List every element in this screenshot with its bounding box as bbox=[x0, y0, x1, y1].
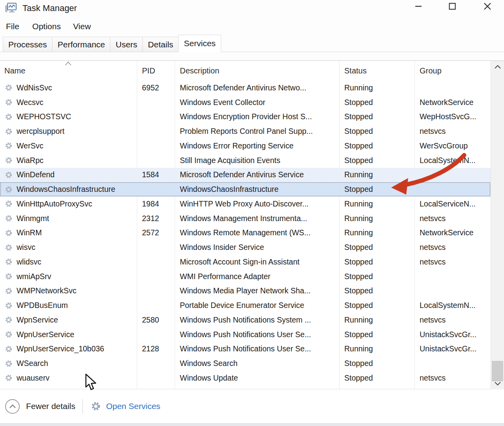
service-description: Windows Media Player Network Sha... bbox=[175, 284, 339, 298]
service-description-text: Windows Insider Service bbox=[180, 243, 264, 252]
chevron-up-icon bbox=[494, 65, 501, 69]
table-row[interactable]: WEPHOSTSVCWindows Encryption Provider Ho… bbox=[0, 110, 491, 124]
service-group: netsvcs bbox=[414, 255, 491, 269]
table-row[interactable]: WpnService2580Windows Push Notifications… bbox=[0, 313, 491, 327]
table-row[interactable]: WpnUserServiceWindows Push Notifications… bbox=[0, 327, 491, 342]
service-pid bbox=[137, 153, 175, 168]
service-group-text: netsvcs bbox=[420, 257, 446, 266]
service-status-text: Stopped bbox=[344, 301, 373, 310]
service-pid-text: 1584 bbox=[142, 170, 159, 179]
service-gear-icon bbox=[5, 156, 13, 164]
service-description-text: Windows Push Notifications User Se... bbox=[180, 330, 311, 339]
services-gear-icon bbox=[91, 401, 101, 411]
maximize-button[interactable] bbox=[443, 0, 461, 13]
service-status-text: Running bbox=[344, 228, 373, 237]
service-group bbox=[414, 356, 491, 371]
fewer-details-button[interactable] bbox=[5, 399, 20, 414]
service-status: Stopped bbox=[339, 110, 414, 124]
service-name: wmiApSrv bbox=[0, 269, 137, 284]
service-pid bbox=[137, 240, 175, 255]
tab-services[interactable]: Services bbox=[178, 35, 221, 52]
column-header-name[interactable]: Name bbox=[0, 66, 137, 75]
service-status: Stopped bbox=[339, 240, 414, 255]
table-row[interactable]: WiaRpcStill Image Acquisition EventsStop… bbox=[0, 153, 491, 168]
service-description-text: WindowsChaosInfrastructure bbox=[180, 185, 278, 194]
table-row[interactable]: WindowsChaosInfrastructureWindowsChaosIn… bbox=[0, 182, 491, 197]
window-bottom-edge bbox=[0, 423, 504, 426]
service-name-text: WPDBusEnum bbox=[17, 301, 68, 310]
table-row[interactable]: wercplsupportProblem Reports Control Pan… bbox=[0, 124, 491, 139]
table-row[interactable]: WecsvcWindows Event CollectorStoppedNetw… bbox=[0, 95, 491, 110]
service-group bbox=[414, 182, 491, 197]
service-description: Portable Device Enumerator Service bbox=[175, 298, 339, 313]
service-description-text: WMI Performance Adapter bbox=[180, 272, 271, 281]
table-row[interactable]: WdNisSvc6952Microsoft Defender Antivirus… bbox=[0, 81, 491, 95]
service-group-text: WerSvcGroup bbox=[420, 141, 468, 150]
service-gear-icon bbox=[5, 142, 13, 150]
service-name: WinHttpAutoProxySvc bbox=[0, 197, 137, 211]
table-row[interactable]: Winmgmt2312Windows Management Instrument… bbox=[0, 211, 491, 226]
table-row[interactable]: wisvcWindows Insider ServiceStoppednetsv… bbox=[0, 240, 491, 255]
table-row[interactable]: wlidsvcMicrosoft Account Sign-in Assista… bbox=[0, 255, 491, 269]
column-header-description[interactable]: Description bbox=[175, 66, 339, 75]
open-services-link[interactable]: Open Services bbox=[106, 402, 161, 411]
table-row[interactable]: WSearchWindows SearchStopped bbox=[0, 356, 491, 371]
service-pid-text: 2580 bbox=[142, 315, 159, 325]
table-row[interactable]: WinRM2572Windows Remote Management (WS..… bbox=[0, 226, 491, 240]
column-header-group[interactable]: Group bbox=[414, 66, 491, 75]
service-status-text: Stopped bbox=[344, 359, 373, 368]
service-group bbox=[414, 168, 491, 182]
table-row[interactable]: WpnUserService_10b0362128Windows Push No… bbox=[0, 342, 491, 357]
maximize-icon bbox=[448, 2, 456, 10]
service-description: Windows Error Reporting Service bbox=[175, 139, 339, 153]
table-row[interactable]: WinDefend1584Microsoft Defender Antiviru… bbox=[0, 168, 491, 182]
service-status-text: Running bbox=[344, 344, 373, 353]
table-row[interactable]: WMPNetworkSvcWindows Media Player Networ… bbox=[0, 284, 491, 298]
service-pid bbox=[137, 124, 175, 139]
service-name-text: Winmgmt bbox=[17, 214, 49, 223]
tab-processes[interactable]: Processes bbox=[3, 37, 52, 52]
service-description-text: Windows Remote Management (WS... bbox=[180, 228, 311, 237]
scroll-down-button[interactable] bbox=[491, 377, 504, 389]
service-group: UnistackSvcGr... bbox=[414, 342, 491, 357]
tab-performance[interactable]: Performance bbox=[52, 37, 110, 52]
service-description: Windows Push Notifications System ... bbox=[175, 313, 339, 327]
vertical-scrollbar[interactable] bbox=[491, 61, 504, 389]
menu-view[interactable]: View bbox=[72, 20, 91, 33]
chevron-up-circle-icon bbox=[9, 404, 16, 409]
tab-users[interactable]: Users bbox=[110, 37, 143, 52]
service-status-text: Stopped bbox=[344, 98, 373, 107]
menu-file[interactable]: File bbox=[5, 20, 20, 33]
column-header-pid[interactable]: PID bbox=[137, 66, 175, 75]
close-button[interactable] bbox=[478, 0, 497, 13]
service-gear-icon bbox=[5, 171, 13, 179]
service-pid bbox=[137, 110, 175, 124]
minimize-button[interactable] bbox=[409, 0, 427, 13]
service-status-text: Stopped bbox=[344, 156, 373, 165]
service-status-text: Stopped bbox=[344, 141, 373, 150]
table-row[interactable]: WPDBusEnumPortable Device Enumerator Ser… bbox=[0, 298, 491, 313]
table-row[interactable]: wuauservWindows UpdateStoppednetsvcs bbox=[0, 371, 491, 385]
table-row[interactable]: WinHttpAutoProxySvc1984WinHTTP Web Proxy… bbox=[0, 197, 491, 211]
service-group-text: LocalSystemN... bbox=[420, 156, 476, 165]
menu-options[interactable]: Options bbox=[32, 20, 62, 33]
column-header-status[interactable]: Status bbox=[339, 66, 414, 75]
service-description-text: WinHTTP Web Proxy Auto-Discover... bbox=[180, 199, 309, 208]
fewer-details-label[interactable]: Fewer details bbox=[26, 402, 75, 411]
table-row[interactable]: wmiApSrvWMI Performance AdapterStopped bbox=[0, 269, 491, 284]
scroll-up-button[interactable] bbox=[491, 61, 504, 73]
service-status-text: Stopped bbox=[344, 373, 373, 383]
service-gear-icon bbox=[5, 229, 13, 237]
service-group: UnistackSvcGr... bbox=[414, 327, 491, 342]
service-pid: 2312 bbox=[137, 211, 175, 226]
service-group: NetworkService bbox=[414, 226, 491, 240]
tab-details[interactable]: Details bbox=[142, 37, 179, 52]
service-pid: 2580 bbox=[137, 313, 175, 327]
service-name-text: wlidsvc bbox=[17, 257, 41, 266]
service-status-text: Running bbox=[344, 214, 373, 223]
service-name-text: WSearch bbox=[17, 359, 48, 368]
service-description: Problem Reports Control Panel Supp... bbox=[175, 124, 339, 139]
service-status-text: Running bbox=[344, 83, 373, 92]
table-row[interactable]: WerSvcWindows Error Reporting ServiceSto… bbox=[0, 139, 491, 153]
service-status: Running bbox=[339, 81, 414, 95]
